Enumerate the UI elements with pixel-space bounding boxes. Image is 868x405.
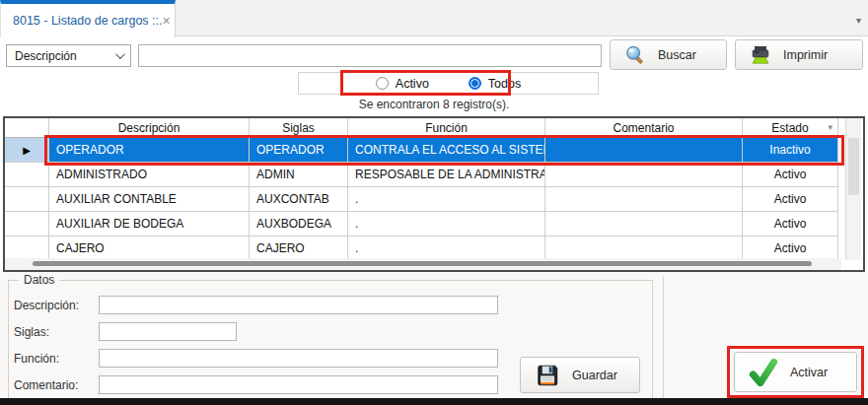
vertical-scrollbar-thumb[interactable] bbox=[848, 138, 859, 195]
table-row[interactable]: ADMINISTRADO ADMIN RESPOSABLE DE LA ADMI… bbox=[5, 163, 838, 187]
header-selector bbox=[5, 118, 49, 138]
activar-button-label: Activar bbox=[790, 366, 828, 379]
header-funcion[interactable]: Función bbox=[348, 118, 545, 138]
cell-descripcion[interactable]: AUXILIAR CONTABLE bbox=[49, 187, 250, 212]
green-check-icon bbox=[749, 358, 778, 387]
vertical-scrollbar[interactable] bbox=[845, 118, 861, 260]
radio-todos-label: Todos bbox=[488, 77, 521, 91]
radio-activo[interactable]: Activo bbox=[376, 77, 429, 91]
magnifier-icon bbox=[624, 44, 646, 66]
cell-funcion[interactable]: . bbox=[348, 187, 545, 212]
horizontal-scrollbar[interactable] bbox=[5, 258, 841, 270]
cell-descripcion[interactable]: OPERADOR bbox=[49, 138, 250, 163]
siglas-field[interactable] bbox=[99, 322, 237, 341]
guardar-button-label: Guardar bbox=[572, 369, 617, 382]
cell-funcion[interactable]: . bbox=[348, 212, 545, 236]
app-window: 8015 - Listado de cargos ::. × ▾ Descrip… bbox=[0, 0, 868, 405]
imprimir-button[interactable]: Imprimir bbox=[735, 39, 863, 70]
tab-list-chevron-icon[interactable]: ▾ bbox=[856, 15, 861, 26]
descripcion-field[interactable] bbox=[99, 296, 498, 314]
tab-bar: 8015 - Listado de cargos ::. × ▾ bbox=[0, 0, 868, 36]
buscar-button[interactable]: Buscar bbox=[610, 39, 727, 70]
comentario-field-label: Comentario: bbox=[14, 378, 78, 392]
cell-siglas[interactable]: OPERADOR bbox=[250, 138, 348, 163]
funcion-field[interactable] bbox=[99, 349, 498, 368]
imprimir-button-label: Imprimir bbox=[783, 48, 828, 62]
row-selector-cell bbox=[5, 163, 49, 187]
search-field-select-value: Descripción bbox=[15, 49, 77, 63]
cell-siglas[interactable]: AUXBODEGA bbox=[250, 212, 348, 236]
table-row[interactable]: AUXILIAR DE BODEGA AUXBODEGA . Activo bbox=[5, 212, 838, 236]
radio-activo-circle bbox=[376, 77, 389, 90]
row-selector-cell bbox=[5, 187, 49, 212]
table-row[interactable]: ▶ OPERADOR OPERADOR CONTRALA EL ACCESO A… bbox=[5, 138, 838, 163]
radio-todos[interactable]: Todos bbox=[469, 77, 521, 91]
tab-title: 8015 - Listado de cargos ::. bbox=[13, 14, 162, 28]
cell-estado[interactable]: Activo bbox=[743, 212, 838, 236]
cell-siglas[interactable]: ADMIN bbox=[250, 163, 348, 187]
header-siglas[interactable]: Siglas bbox=[250, 118, 348, 138]
cargos-table: Descripción Siglas Función Comentario Es… bbox=[3, 116, 865, 272]
cell-funcion[interactable]: CONTRALA EL ACCESO AL SISTEMA bbox=[348, 138, 545, 163]
cell-estado[interactable]: Inactivo bbox=[743, 138, 838, 163]
chevron-down-icon bbox=[115, 49, 125, 59]
funcion-field-label: Función: bbox=[14, 352, 59, 366]
search-input[interactable] bbox=[138, 44, 602, 67]
cell-descripcion[interactable]: ADMINISTRADO bbox=[49, 163, 250, 187]
cell-descripcion[interactable]: AUXILIAR DE BODEGA bbox=[49, 212, 250, 236]
printer-icon bbox=[750, 44, 771, 66]
header-comentario[interactable]: Comentario bbox=[545, 118, 743, 138]
floppy-disk-icon bbox=[535, 363, 560, 388]
comentario-field[interactable] bbox=[99, 375, 498, 394]
tab-close-icon[interactable]: × bbox=[162, 14, 170, 28]
activar-button[interactable]: Activar bbox=[734, 352, 857, 392]
cell-siglas[interactable]: AUXCONTAB bbox=[250, 187, 348, 212]
row-selector-cell: ▶ bbox=[5, 138, 49, 163]
filter-panel: Activo Todos bbox=[298, 72, 599, 95]
cell-estado[interactable]: Activo bbox=[743, 187, 838, 212]
table-row[interactable]: AUXILIAR CONTABLE AUXCONTAB . Activo bbox=[5, 187, 838, 212]
radio-activo-label: Activo bbox=[396, 77, 429, 91]
row-selector-cell bbox=[5, 212, 49, 236]
cell-funcion[interactable]: RESPOSABLE DE LA ADMINISTRACION bbox=[348, 163, 545, 187]
datos-legend: Datos bbox=[19, 273, 59, 287]
header-descripcion[interactable]: Descripción bbox=[49, 118, 250, 138]
cell-comentario[interactable] bbox=[545, 163, 743, 187]
buscar-button-label: Buscar bbox=[658, 48, 696, 62]
result-count-text: Se encontraron 8 registro(s). bbox=[0, 98, 868, 111]
vertical-divider bbox=[663, 276, 664, 398]
horizontal-scrollbar-thumb[interactable] bbox=[33, 261, 812, 266]
guardar-button[interactable]: Guardar bbox=[520, 357, 640, 393]
header-estado[interactable]: Estado ▾ bbox=[743, 118, 838, 138]
cell-comentario[interactable] bbox=[545, 212, 743, 236]
cell-comentario[interactable] bbox=[545, 138, 743, 163]
cell-comentario[interactable] bbox=[545, 187, 743, 212]
table-body: ▶ OPERADOR OPERADOR CONTRALA EL ACCESO A… bbox=[5, 138, 863, 261]
tab-listado-cargos[interactable]: 8015 - Listado de cargos ::. × bbox=[0, 0, 176, 37]
window-bottom-edge bbox=[0, 398, 868, 405]
search-field-select[interactable]: Descripción bbox=[6, 44, 131, 67]
cell-estado[interactable]: Activo bbox=[743, 163, 838, 187]
siglas-field-label: Siglas: bbox=[14, 325, 49, 339]
table-header: Descripción Siglas Función Comentario Es… bbox=[5, 118, 838, 138]
descripcion-field-label: Descripción: bbox=[14, 299, 79, 312]
sort-arrow-icon[interactable]: ▾ bbox=[828, 122, 832, 132]
radio-todos-circle bbox=[469, 77, 481, 90]
